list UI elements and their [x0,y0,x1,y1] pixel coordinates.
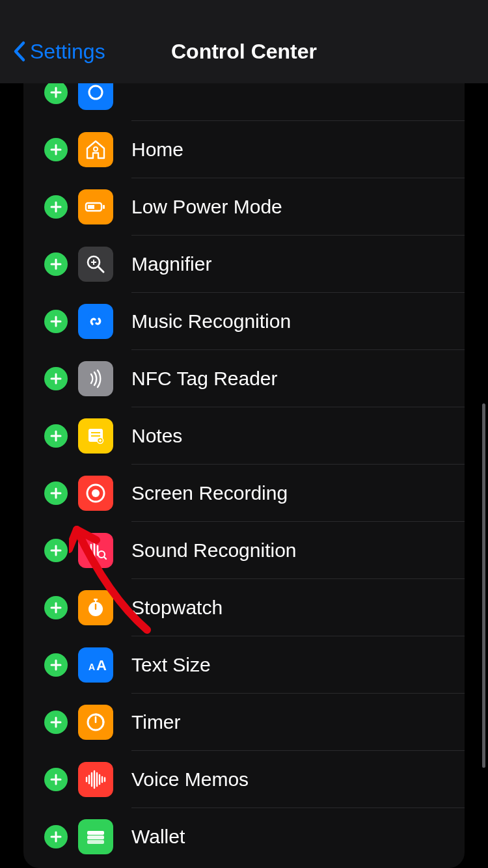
plus-icon [49,372,62,385]
svg-rect-68 [87,831,104,835]
control-row-magnifier: Magnifier [23,236,465,293]
control-label: Magnifier [131,253,211,275]
plus-icon [49,601,62,614]
control-label: Home [131,139,183,161]
plus-icon [49,429,62,442]
svg-point-33 [92,489,100,497]
timer-icon [78,705,113,740]
control-row-low-power: Low Power Mode [23,178,465,236]
scrollbar-thumb[interactable] [482,403,485,768]
text-size-icon: AA [78,647,113,683]
chevron-left-icon [13,40,26,62]
label-wrap: Home [131,121,465,178]
label-wrap: Screen Recording [131,465,465,522]
label-wrap: Text Size [131,636,465,694]
music-recognition-icon [78,304,113,339]
svg-point-2 [89,86,102,99]
control-row-partial [23,83,465,121]
stopwatch-icon [78,590,113,625]
controls-list: Home Low Power Mode Magnifier Music Reco… [23,83,465,868]
home-icon [78,132,113,167]
add-button-wallet[interactable] [44,825,68,848]
add-button-notes[interactable] [44,424,68,448]
plus-icon [49,773,62,786]
svg-line-41 [104,557,106,559]
notes-icon [78,418,113,454]
plus-icon [49,487,62,500]
back-label: Settings [30,40,105,64]
plus-icon [49,830,62,843]
add-button-home[interactable] [44,138,68,161]
label-wrap: Stopwatch [131,579,465,636]
svg-point-5 [94,147,98,151]
control-row-sound-recognition: Sound Recognition [23,522,465,579]
label-wrap: Sound Recognition [131,522,465,579]
svg-text:A: A [88,662,95,672]
control-row-music-recognition: Music Recognition [23,293,465,350]
label-wrap: Wallet [131,808,465,865]
navigation-bar: Settings Control Center [0,0,488,83]
plus-icon [49,258,62,271]
screen-recording-icon [78,476,113,511]
control-label: Sound Recognition [131,539,297,562]
add-button-stopwatch[interactable] [44,596,68,619]
control-label: Notes [131,425,182,447]
plus-icon [49,315,62,328]
label-wrap: NFC Tag Reader [131,350,465,407]
partial-icon [78,83,113,110]
control-label: Low Power Mode [131,196,282,218]
control-row-stopwatch: Stopwatch [23,579,465,636]
plus-icon [49,86,62,99]
plus-icon [49,716,62,729]
control-label: Music Recognition [131,310,291,332]
svg-rect-69 [87,835,104,839]
sound-recognition-icon [78,533,113,568]
add-button-partial[interactable] [44,83,68,104]
svg-rect-45 [94,599,98,601]
control-label: Voice Memos [131,768,249,791]
control-label: NFC Tag Reader [131,368,278,390]
label-wrap: Notes [131,407,465,465]
control-row-nfc: NFC Tag Reader [23,350,465,407]
label-wrap [131,83,465,121]
voice-memos-icon [78,762,113,797]
control-row-voice-memos: Voice Memos [23,751,465,808]
control-row-timer: Timer [23,694,465,751]
add-button-music-recognition[interactable] [44,310,68,333]
svg-text:A: A [96,657,107,673]
svg-rect-10 [103,205,105,209]
control-row-notes: Notes [23,407,465,465]
label-wrap: Magnifier [131,236,465,293]
plus-icon [49,658,62,671]
wallet-icon [78,819,113,854]
control-label: Screen Recording [131,482,288,504]
plus-icon [49,200,62,213]
add-button-timer[interactable] [44,711,68,734]
add-button-sound-recognition[interactable] [44,539,68,562]
control-label: Stopwatch [131,597,223,619]
svg-rect-70 [87,840,104,844]
svg-line-14 [98,267,103,272]
plus-icon [49,143,62,156]
control-label: Text Size [131,654,211,676]
add-button-low-power[interactable] [44,195,68,219]
svg-rect-9 [88,205,94,209]
add-button-screen-recording[interactable] [44,481,68,505]
content-panel: Home Low Power Mode Magnifier Music Reco… [23,83,465,868]
add-button-nfc[interactable] [44,367,68,390]
add-button-text-size[interactable] [44,653,68,677]
control-row-screen-recording: Screen Recording [23,465,465,522]
control-label: Timer [131,711,181,733]
magnifier-icon [78,247,113,282]
control-label: Wallet [131,826,185,848]
label-wrap: Voice Memos [131,751,465,808]
low-power-icon [78,189,113,224]
control-row-text-size: AA Text Size [23,636,465,694]
control-row-home: Home [23,121,465,178]
label-wrap: Low Power Mode [131,178,465,236]
back-button[interactable]: Settings [13,40,105,64]
label-wrap: Music Recognition [131,293,465,350]
add-button-magnifier[interactable] [44,252,68,276]
add-button-voice-memos[interactable] [44,768,68,791]
svg-point-19 [86,312,105,331]
